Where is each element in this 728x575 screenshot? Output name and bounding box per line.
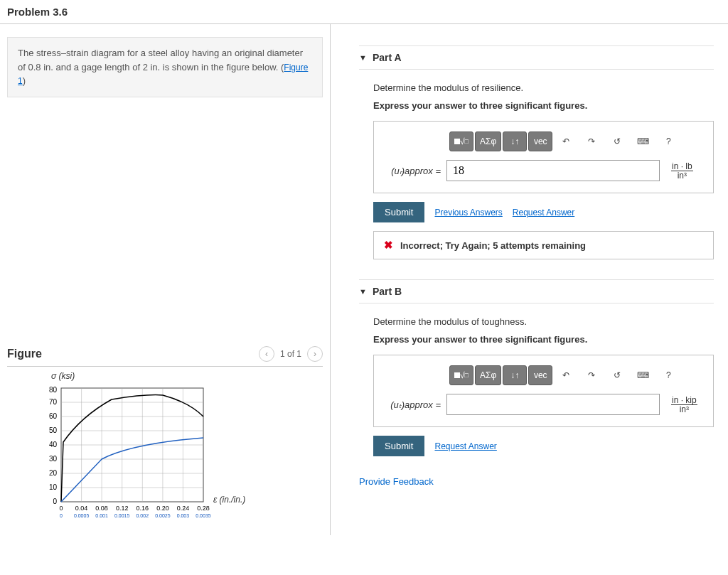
svg-text:0.16: 0.16 <box>136 505 149 512</box>
svg-text:0.20: 0.20 <box>156 505 169 512</box>
svg-text:0.0025: 0.0025 <box>155 513 171 518</box>
vector-button[interactable]: vec <box>528 365 552 385</box>
part-b-variable-label: (uₜ)approx = <box>385 399 441 410</box>
reset-button[interactable]: ↺ <box>605 131 629 151</box>
caret-down-icon: ▼ <box>359 53 367 62</box>
svg-text:0.12: 0.12 <box>116 505 129 512</box>
svg-text:0: 0 <box>60 513 63 518</box>
part-a-format: Express your answer to three significant… <box>373 100 714 111</box>
figure-title: Figure <box>7 348 42 360</box>
chart-y-axis-label: σ (ksi) <box>51 371 75 381</box>
keyboard-button[interactable]: ⌨ <box>631 131 655 151</box>
part-b: ▼ Part B Determine the modulus of toughn… <box>359 279 714 456</box>
part-b-header[interactable]: ▼ Part B <box>359 279 714 303</box>
chart-x-axis-label: ε (in./in.) <box>213 495 245 505</box>
svg-text:0.003: 0.003 <box>177 513 190 518</box>
provide-feedback-link[interactable]: Provide Feedback <box>359 476 714 487</box>
subscript-button[interactable]: ↓↑ <box>503 131 527 151</box>
chart-svg: 0 10 20 30 40 50 60 70 80 0 0.04 0.08 0.… <box>43 377 213 533</box>
figure-page-indicator: 1 of 1 <box>280 349 301 359</box>
redo-button[interactable]: ↷ <box>579 131 604 151</box>
part-b-units: in · kip in³ <box>671 396 697 414</box>
help-button[interactable]: ? <box>656 131 680 151</box>
part-a: ▼ Part A Determine the modulus of resili… <box>359 45 714 259</box>
part-b-instruction: Determine the modulus of toughness. <box>373 316 714 327</box>
subscript-button[interactable]: ↓↑ <box>503 365 527 385</box>
part-b-format: Express your answer to three significant… <box>373 334 714 345</box>
redo-button[interactable]: ↷ <box>579 365 604 385</box>
svg-text:30: 30 <box>49 455 58 463</box>
greek-button[interactable]: ΑΣφ <box>475 365 501 385</box>
svg-text:0.08: 0.08 <box>95 505 108 512</box>
svg-text:10: 10 <box>49 483 58 491</box>
svg-text:60: 60 <box>49 412 58 420</box>
left-column: The stress–strain diagram for a steel al… <box>0 24 331 535</box>
svg-text:0.24: 0.24 <box>177 505 190 512</box>
svg-text:0.0035: 0.0035 <box>196 513 211 518</box>
part-a-answer-box: √□ ΑΣφ ↓↑ vec ↶ ↷ ↺ ⌨ ? (uᵣ)approx = <box>373 121 714 193</box>
part-a-header[interactable]: ▼ Part A <box>359 45 714 70</box>
undo-button[interactable]: ↶ <box>554 365 578 385</box>
part-a-units: in · lb in³ <box>671 162 693 180</box>
equation-toolbar: √□ ΑΣφ ↓↑ vec ↶ ↷ ↺ ⌨ ? <box>449 131 702 151</box>
svg-text:0.001: 0.001 <box>95 513 108 518</box>
part-a-instruction: Determine the modulus of resilience. <box>373 82 714 93</box>
svg-text:20: 20 <box>49 469 58 477</box>
problem-header: Problem 3.6 <box>0 0 728 24</box>
svg-text:80: 80 <box>49 386 58 394</box>
svg-text:0: 0 <box>53 498 57 505</box>
caret-down-icon: ▼ <box>359 287 367 296</box>
vector-button[interactable]: vec <box>528 131 552 151</box>
figure-header: Figure ‹ 1 of 1 › <box>7 346 323 367</box>
equation-toolbar: √□ ΑΣφ ↓↑ vec ↶ ↷ ↺ ⌨ ? <box>449 365 702 385</box>
reset-button[interactable]: ↺ <box>605 365 629 385</box>
greek-button[interactable]: ΑΣφ <box>475 131 501 151</box>
part-a-variable-label: (uᵣ)approx = <box>385 166 441 176</box>
right-column: ▼ Part A Determine the modulus of resili… <box>331 24 728 535</box>
svg-text:0.04: 0.04 <box>75 505 88 512</box>
part-b-request-answer-link[interactable]: Request Answer <box>434 441 496 451</box>
template-button[interactable]: √□ <box>449 131 473 151</box>
part-a-request-answer-link[interactable]: Request Answer <box>513 208 574 217</box>
problem-statement: The stress–strain diagram for a steel al… <box>7 37 323 97</box>
part-b-submit-button[interactable]: Submit <box>373 436 424 456</box>
svg-text:0.0005: 0.0005 <box>74 513 90 518</box>
svg-text:40: 40 <box>49 441 58 448</box>
svg-text:0.28: 0.28 <box>197 505 210 512</box>
svg-text:0: 0 <box>59 505 63 512</box>
template-button[interactable]: √□ <box>449 365 473 385</box>
incorrect-icon: ✖ <box>384 239 393 252</box>
svg-text:0.0015: 0.0015 <box>114 513 130 518</box>
part-b-answer-box: √□ ΑΣφ ↓↑ vec ↶ ↷ ↺ ⌨ ? (uₜ)approx = <box>373 355 714 427</box>
undo-button[interactable]: ↶ <box>554 131 578 151</box>
svg-text:50: 50 <box>49 426 58 434</box>
part-a-feedback: ✖ Incorrect; Try Again; 5 attempts remai… <box>373 231 714 259</box>
problem-title: Problem 3.6 <box>7 6 721 18</box>
svg-text:0.002: 0.002 <box>136 513 149 518</box>
stress-strain-chart: σ (ksi) <box>7 367 323 535</box>
svg-text:70: 70 <box>49 398 58 406</box>
figure-next-button[interactable]: › <box>307 346 323 362</box>
part-a-submit-button[interactable]: Submit <box>373 202 424 222</box>
help-button[interactable]: ? <box>656 365 680 385</box>
part-a-previous-answers-link[interactable]: Previous Answers <box>434 208 502 217</box>
keyboard-button[interactable]: ⌨ <box>631 365 655 385</box>
figure-prev-button[interactable]: ‹ <box>259 346 274 362</box>
part-b-answer-input[interactable] <box>446 394 660 415</box>
part-a-answer-input[interactable] <box>446 160 660 181</box>
